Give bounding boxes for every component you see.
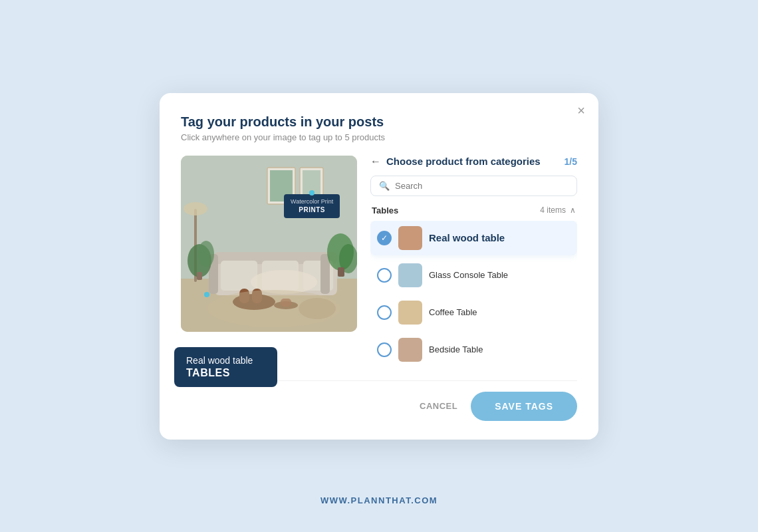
right-panel: ← Choose product from categories 1/5 🔍 T… — [370, 156, 577, 367]
search-icon: 🔍 — [379, 181, 390, 191]
bottom-tag-dot — [204, 292, 209, 297]
floating-tag-name: Real wood table — [186, 355, 265, 366]
product-thumbnail — [398, 226, 422, 250]
add-icon: + — [377, 342, 392, 357]
modal-subtitle: Click anywhere on your image to tag up t… — [181, 132, 577, 142]
search-input[interactable] — [395, 181, 568, 191]
svg-rect-14 — [320, 254, 330, 294]
product-image[interactable]: Watercolor Print PRINTS — [181, 156, 357, 332]
modal-body: Watercolor Print PRINTS Real wood table … — [181, 156, 577, 367]
floating-product-tag[interactable]: Real wood table TABLES — [174, 347, 277, 387]
product-list: ✓Real wood table+Glass Console Table+Cof… — [370, 221, 577, 367]
svg-point-18 — [198, 241, 214, 267]
panel-title: Choose product from categories — [386, 156, 559, 167]
product-thumbnail — [398, 338, 422, 362]
checked-icon: ✓ — [377, 231, 392, 245]
image-tag-category: PRINTS — [291, 205, 333, 215]
product-name: Bedside Table — [429, 344, 483, 354]
modal-title: Tag your products in your posts — [181, 114, 577, 130]
panel-count: 1/5 — [565, 156, 577, 167]
search-box: 🔍 — [370, 176, 577, 196]
product-item[interactable]: +Glass Console Table — [370, 258, 577, 293]
product-name: Coffee Table — [429, 307, 477, 317]
product-thumbnail — [398, 301, 422, 325]
product-name: Real wood table — [429, 232, 505, 243]
save-tags-button[interactable]: SAVE TAGS — [471, 392, 577, 421]
product-item[interactable]: +Coffee Table — [370, 295, 577, 330]
add-icon: + — [377, 268, 392, 283]
product-thumbnail — [398, 263, 422, 287]
svg-rect-22 — [338, 267, 344, 277]
image-panel: Watercolor Print PRINTS Real wood table … — [181, 156, 357, 367]
category-item-count: 4 items — [540, 205, 566, 215]
category-name: Tables — [372, 205, 398, 215]
image-tag-prints[interactable]: Watercolor Print PRINTS — [284, 194, 340, 219]
svg-point-16 — [184, 202, 207, 215]
svg-point-29 — [207, 290, 340, 327]
add-icon: + — [377, 305, 392, 320]
cancel-button[interactable]: CANCEL — [420, 401, 457, 411]
product-item[interactable]: +Bedside Table — [370, 332, 577, 367]
watermark: WWW.PLANNTHAT.COM — [320, 495, 438, 505]
image-tag-title: Watercolor Print — [291, 198, 333, 206]
back-button[interactable]: ← — [370, 156, 381, 168]
close-button[interactable]: × — [577, 104, 585, 117]
panel-header: ← Choose product from categories 1/5 — [370, 156, 577, 168]
svg-rect-19 — [197, 272, 202, 280]
product-name: Glass Console Table — [429, 270, 508, 280]
chevron-up-icon[interactable]: ∧ — [570, 205, 576, 215]
product-item[interactable]: ✓Real wood table — [370, 221, 577, 255]
svg-rect-9 — [221, 261, 257, 291]
category-header: Tables 4 items ∧ — [370, 205, 577, 215]
floating-tag-category: TABLES — [186, 367, 265, 379]
tag-products-modal: × Tag your products in your posts Click … — [160, 93, 598, 440]
category-meta: 4 items ∧ — [540, 205, 576, 215]
